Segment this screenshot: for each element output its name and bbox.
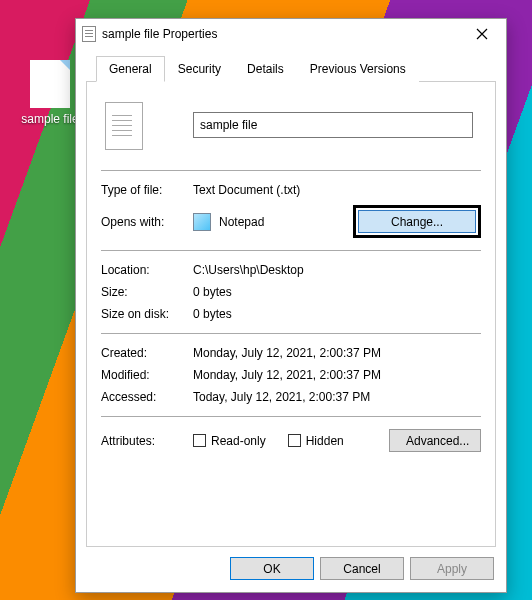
value-location: C:\Users\hp\Desktop [193,263,481,277]
label-type-of-file: Type of file: [101,183,193,197]
checkbox-hidden-label: Hidden [306,434,344,448]
checkbox-box [193,434,206,447]
close-button[interactable] [464,21,500,47]
label-size: Size: [101,285,193,299]
value-size: 0 bytes [193,285,481,299]
checkbox-readonly[interactable]: Read-only [193,434,266,448]
cancel-button[interactable]: Cancel [320,557,404,580]
divider [101,170,481,171]
desktop-file-icon[interactable]: sample file [20,60,80,126]
tab-row: General Security Details Previous Versio… [86,49,496,82]
value-type-of-file: Text Document (.txt) [193,183,481,197]
label-size-on-disk: Size on disk: [101,307,193,321]
label-attributes: Attributes: [101,434,193,448]
checkbox-readonly-label: Read-only [211,434,266,448]
value-modified: Monday, July 12, 2021, 2:00:37 PM [193,368,481,382]
file-type-icon [105,102,143,150]
value-opens-with: Notepad [219,215,264,229]
dialog-title: sample file Properties [102,27,464,41]
properties-dialog: sample file Properties General Security … [75,18,507,593]
divider [101,250,481,251]
document-icon [82,26,96,42]
label-accessed: Accessed: [101,390,193,404]
change-highlight-box: Change... [353,205,481,238]
divider [101,333,481,334]
tab-details[interactable]: Details [234,56,297,82]
tab-general[interactable]: General [96,56,165,82]
tab-security[interactable]: Security [165,56,234,82]
label-modified: Modified: [101,368,193,382]
checkbox-box [288,434,301,447]
desktop-file-label: sample file [20,112,80,126]
titlebar: sample file Properties [76,19,506,49]
change-button[interactable]: Change... [358,210,476,233]
label-created: Created: [101,346,193,360]
value-created: Monday, July 12, 2021, 2:00:37 PM [193,346,481,360]
dialog-body: Type of file: Text Document (.txt) Opens… [86,82,496,547]
dialog-footer: OK Cancel Apply [76,547,506,592]
value-size-on-disk: 0 bytes [193,307,481,321]
advanced-button[interactable]: Advanced... [389,429,481,452]
checkbox-hidden[interactable]: Hidden [288,434,344,448]
apply-button[interactable]: Apply [410,557,494,580]
filename-input[interactable] [193,112,473,138]
ok-button[interactable]: OK [230,557,314,580]
notepad-icon [193,213,211,231]
tab-previous-versions[interactable]: Previous Versions [297,56,419,82]
label-location: Location: [101,263,193,277]
document-icon [30,60,70,108]
divider [101,416,481,417]
value-accessed: Today, July 12, 2021, 2:00:37 PM [193,390,481,404]
label-opens-with: Opens with: [101,215,193,229]
